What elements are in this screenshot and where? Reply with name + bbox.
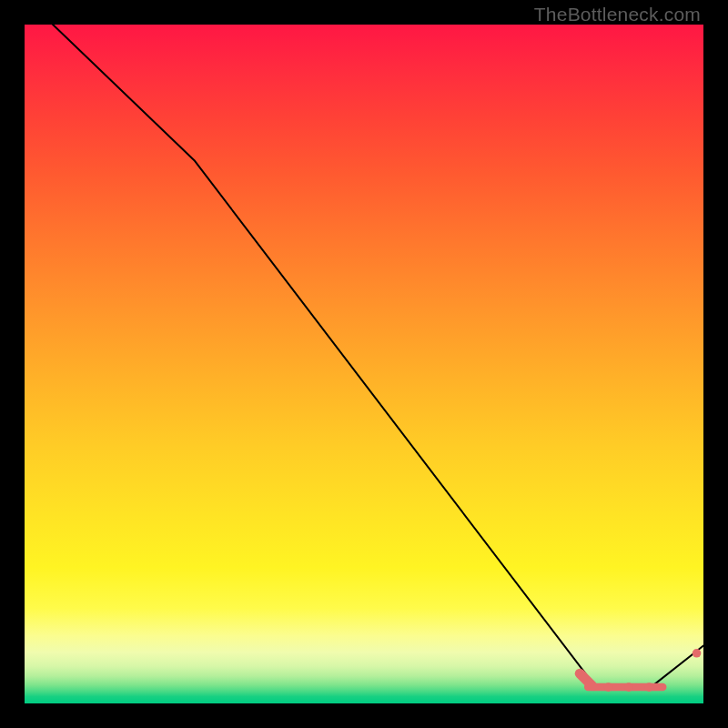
chart-stage: TheBottleneck.com: [0, 0, 728, 728]
svg-point-2: [604, 682, 613, 692]
curve-layer: [25, 25, 703, 703]
plot-area: [25, 25, 703, 703]
flat-segment-highlight: [580, 649, 701, 692]
watermark-text: TheBottleneck.com: [534, 4, 701, 25]
svg-point-5: [693, 649, 702, 658]
bottleneck-curve-path: [25, 25, 703, 689]
svg-line-1: [580, 673, 592, 685]
svg-point-4: [645, 682, 654, 692]
svg-point-3: [624, 682, 633, 692]
